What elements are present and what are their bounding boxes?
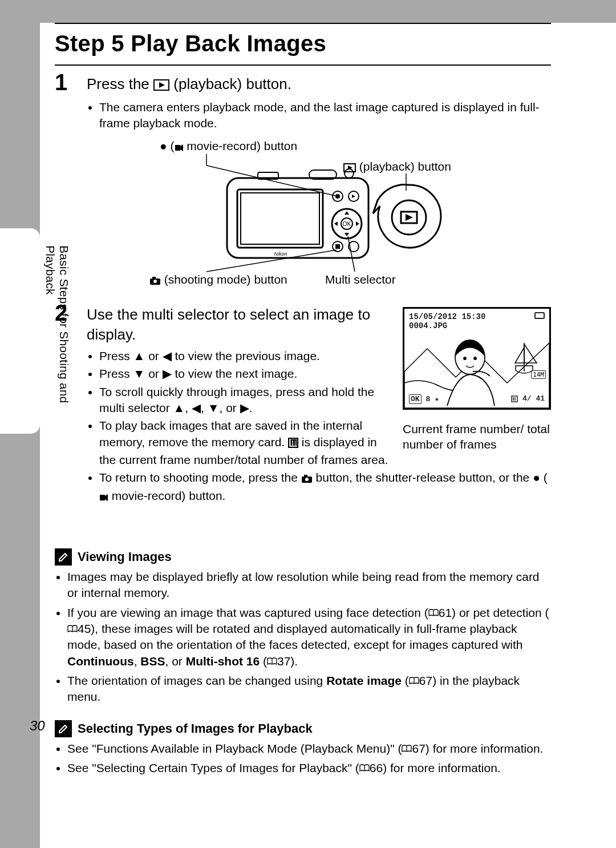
internal-memory-icon — [288, 436, 298, 452]
svg-point-37 — [153, 280, 157, 283]
selecting-bullet-2: See "Selecting Certain Types of Images f… — [67, 760, 551, 780]
page-number: 30 — [30, 718, 45, 734]
svg-point-50 — [305, 478, 309, 481]
step-2-bullet-1: Press ▲ or ◀ to view the previous image. — [99, 348, 391, 366]
svg-rect-49 — [304, 475, 307, 477]
step-2-bullet-3: To scroll quickly through images, press … — [99, 384, 391, 418]
viewing-bullet-1: Images may be displayed briefly at low r… — [67, 569, 551, 605]
step-1: 1 Press the (playback) button. The camer… — [55, 74, 551, 299]
down-arrow-icon: ▼ — [133, 367, 145, 380]
svg-marker-43 — [515, 348, 524, 363]
book-icon — [267, 657, 277, 665]
right-arrow-icon: ▶ — [240, 401, 249, 414]
lcd-caption: Current frame number/ total number of fr… — [403, 421, 551, 453]
step-2-bullets-wide: To return to shooting mode, press the bu… — [87, 470, 551, 507]
svg-rect-36 — [152, 277, 156, 279]
left-arrow-icon: ◀ — [163, 349, 172, 362]
side-tab — [0, 228, 40, 434]
svg-marker-13 — [345, 233, 349, 236]
record-dot-icon: ● — [533, 471, 540, 484]
viewing-bullet-2: If you are viewing an image that was cap… — [67, 605, 551, 673]
svg-rect-39 — [291, 440, 293, 446]
step-2-heading: Use the multi selector to select an imag… — [87, 305, 391, 345]
step-2-bullet-4: To play back images that are saved in th… — [99, 418, 391, 470]
movie-record-icon — [175, 141, 184, 155]
notes: Viewing Images Images may be displayed b… — [55, 548, 551, 780]
pencil-icon — [55, 548, 72, 566]
book-icon — [359, 764, 370, 772]
page-title: Step 5 Play Back Images — [55, 31, 551, 56]
book-icon — [409, 677, 419, 685]
svg-text:OK: OK — [343, 221, 351, 227]
svg-marker-14 — [334, 221, 338, 226]
svg-rect-45 — [512, 396, 517, 402]
svg-marker-3 — [180, 144, 183, 151]
record-dot-icon: ● — [160, 139, 167, 152]
svg-point-25 — [345, 169, 354, 178]
lcd-preview: 15/05/2012 15:30 0004.JPG 14M OK 8 ★ 4/ … — [403, 307, 551, 453]
svg-point-19 — [335, 194, 340, 199]
osd-top: 15/05/2012 15:30 0004.JPG — [409, 312, 485, 330]
book-icon — [402, 745, 412, 753]
osd-filename: 0004.JPG — [409, 321, 485, 330]
svg-marker-42 — [524, 344, 537, 363]
page-margin-top — [0, 0, 616, 23]
camera-illustration: OK — [224, 167, 372, 269]
selecting-bullet-1: See "Functions Available in Playback Mod… — [67, 741, 551, 760]
lcd-screen: 15/05/2012 15:30 0004.JPG 14M OK 8 ★ 4/ … — [403, 307, 551, 410]
svg-text:Nikon: Nikon — [274, 251, 287, 257]
note-viewing-title: Viewing Images — [78, 550, 172, 564]
step-2-bullets: Press ▲ or ◀ to view the previous image.… — [87, 348, 391, 470]
svg-point-21 — [348, 241, 359, 252]
step-2-bullet-2: Press ▼ or ▶ to view the next image. — [99, 366, 391, 383]
camera-icon — [149, 274, 161, 288]
svg-marker-15 — [356, 221, 359, 226]
left-arrow-icon: ◀ — [192, 401, 201, 414]
osd-size-badge: 14M — [531, 370, 546, 379]
note-selecting-head: Selecting Types of Images for Playback — [55, 720, 551, 737]
viewing-bullets: Images may be displayed briefly at low r… — [55, 569, 551, 709]
label-shooting-mode: (shooting mode) button — [149, 273, 287, 288]
pencil-icon — [55, 720, 72, 737]
playback-button-bubble — [372, 180, 446, 255]
movie-record-icon — [99, 490, 108, 506]
step-2: 2 Use the multi selector to select an im… — [55, 305, 551, 507]
label-movie-record: ● ( movie-record) button — [160, 139, 297, 155]
camera-diagram: ● ( movie-record) button (playback) butt… — [149, 139, 503, 299]
svg-marker-52 — [105, 494, 108, 501]
step-1-bullets: The camera enters playback mode, and the… — [87, 99, 551, 134]
camera-icon — [301, 471, 313, 487]
book-icon — [67, 625, 78, 633]
step-1-bullet-1: The camera enters playback mode, and the… — [99, 99, 551, 134]
playback-icon — [153, 76, 169, 96]
book-icon — [428, 609, 439, 617]
osd-bottom: OK 8 ★ 4/ 41 — [409, 394, 545, 405]
selecting-bullets: See "Functions Available in Playback Mod… — [55, 741, 551, 780]
section-header: Step 5 Play Back Images — [55, 23, 551, 66]
step-2-bullet-5: To return to shooting mode, press the bu… — [99, 470, 551, 507]
step-2-number: 2 — [55, 300, 67, 326]
viewing-bullet-3: The orientation of images can be changed… — [67, 673, 551, 709]
svg-marker-1 — [159, 82, 165, 88]
up-arrow-icon: ▲ — [133, 349, 145, 362]
label-multi-selector: Multi selector — [325, 273, 396, 286]
page-content: 1 Press the (playback) button. The camer… — [55, 74, 551, 792]
right-arrow-icon: ▶ — [163, 367, 172, 380]
internal-memory-icon — [511, 395, 518, 405]
svg-rect-2 — [175, 145, 180, 151]
manual-page: Step 5 Play Back Images Basic Steps for … — [0, 0, 616, 848]
step-1-number: 1 — [55, 70, 67, 95]
step-1-heading: Press the (playback) button. — [87, 74, 551, 96]
svg-rect-51 — [100, 495, 105, 500]
svg-rect-8 — [241, 193, 319, 244]
svg-marker-18 — [352, 195, 355, 198]
down-arrow-icon: ▼ — [208, 401, 220, 414]
note-viewing-head: Viewing Images — [55, 548, 551, 566]
svg-rect-40 — [293, 440, 295, 446]
svg-rect-7 — [237, 189, 323, 248]
svg-marker-12 — [345, 211, 349, 215]
battery-icon — [534, 312, 545, 319]
osd-date: 15/05/2012 15:30 — [409, 312, 485, 321]
svg-rect-22 — [335, 244, 340, 249]
up-arrow-icon: ▲ — [173, 401, 185, 414]
